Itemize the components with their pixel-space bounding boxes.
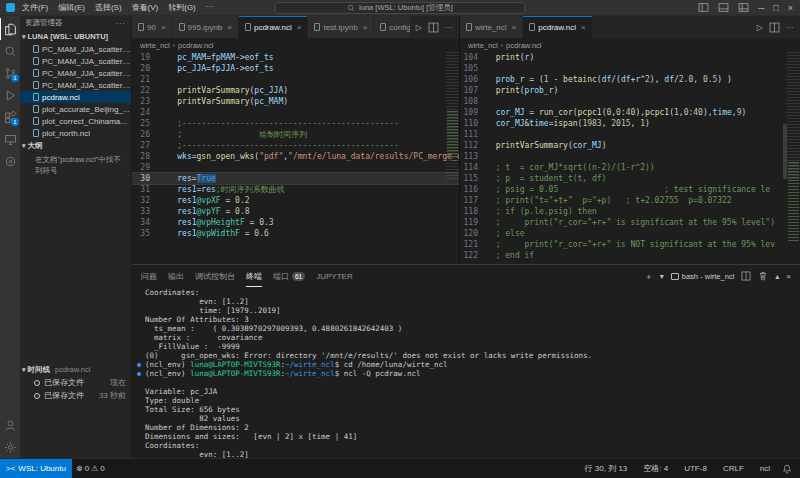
terminal-output[interactable]: Coordinates: evn: [1..2] time: [1979..20… [132,287,800,458]
command-decoration-icon[interactable] [137,372,141,376]
status-item[interactable]: ncl [756,464,774,473]
status-item[interactable]: UTF-8 [680,464,711,473]
file-item[interactable]: PC_MAM_JJA_scatter_... [20,67,131,79]
editor-actions-right: ▷ ··· [751,16,800,38]
tab-pcdraw.ncl[interactable]: pcdraw.ncl× [523,16,592,38]
code-line: 119 ; print("r_cor="+r+" is significant … [460,217,800,228]
menu-item[interactable]: 文件(F) [22,2,48,13]
file-item[interactable]: plot_accurate_Beijing_... [20,103,131,115]
menu-item[interactable]: 转到(G) [168,2,196,13]
extensions-icon[interactable]: 1 [0,106,20,128]
kill-terminal-icon[interactable] [758,271,768,281]
menu-item[interactable]: ··· [206,2,214,13]
code-right[interactable]: 104 print(r)105106 prob_r = (1 - betainc… [460,52,800,264]
panel-tab-端口[interactable]: 端口61 [273,265,305,287]
panel-tab-输出[interactable]: 输出 [168,265,184,287]
line-number: 121 [460,239,486,250]
terminal-dropdown-icon[interactable]: ▾ [660,272,664,281]
close-window-button[interactable]: × [788,3,793,13]
breadcrumb-item[interactable]: wirte_ncl [468,41,498,50]
jupyter-icon[interactable] [0,150,20,172]
run-debug-icon[interactable] [0,84,20,106]
breadcrumb-separator: › [173,41,176,50]
tab-test.ipynb[interactable]: test.ipynb× [308,16,374,38]
close-panel-icon[interactable]: × [786,272,791,281]
close-tab-icon[interactable]: × [297,23,302,32]
timeline-item[interactable]: 已保存文件现在 [20,376,131,389]
panel-tab-调试控制台[interactable]: 调试控制台 [195,265,235,287]
panel-tab-label: 终端 [246,271,262,282]
menu-item[interactable]: 查看(V) [132,2,159,13]
account-icon[interactable] [0,414,20,436]
run-button[interactable]: ▷ [757,23,763,32]
command-decoration-icon[interactable] [137,363,141,367]
file-item[interactable]: PC_MAM_JJA_scatter_... [20,43,131,55]
tab-pcdraw.ncl[interactable]: pcdraw.ncl× [239,16,308,38]
maximize-button[interactable]: □ [773,3,778,13]
panel-tab-问题[interactable]: 问题 [141,265,157,287]
status-item[interactable]: 空格: 4 [639,463,672,474]
menu-item[interactable]: 选择(S) [95,2,122,13]
customize-layout-icon[interactable] [738,2,749,13]
timeline-item-time: 现在 [110,377,126,388]
minimap[interactable] [446,52,459,264]
panel-tab-JUPYTER[interactable]: JUPYTER [316,265,352,287]
minimize-button[interactable]: ─ [758,3,764,13]
terminal-selector[interactable]: bash - wirte_ncl [671,272,735,281]
status-item[interactable]: CRLF [719,464,748,473]
tab-wirte_ncl[interactable]: wirte_ncl× [460,16,523,38]
close-tab-icon[interactable]: × [512,23,517,32]
outline-header[interactable]: ▾ 大纲 [20,139,131,152]
menu-item[interactable]: 编辑(E) [58,2,85,13]
close-tab-icon[interactable]: × [161,23,166,32]
settings-icon[interactable] [0,436,20,458]
source-control-icon[interactable]: 1 [0,62,20,84]
split-editor-icon[interactable] [428,22,439,33]
toggle-sidebar-icon[interactable] [698,2,709,13]
minimap[interactable] [787,52,800,264]
line-content: printVarSummary(pc_MAM) [158,96,459,107]
remote-explorer-icon[interactable] [0,128,20,150]
more-actions-icon[interactable]: ··· [786,23,794,32]
new-terminal-icon[interactable]: ＋ [645,271,653,282]
breadcrumb-item[interactable]: wirte_ncl [140,41,170,50]
remote-indicator[interactable]: >< WSL: Ubuntu [0,459,72,478]
notifications-bell-icon[interactable] [782,464,792,474]
timeline-header[interactable]: ▾ 时间线 pcdraw.ncl [20,363,131,376]
error-count: 0 [85,464,89,473]
timeline-item[interactable]: 已保存文件33 秒前 [20,389,131,402]
toggle-panel-icon[interactable] [718,2,729,13]
breadcrumb-item[interactable]: pcdraw.ncl [178,41,213,50]
code-left[interactable]: 19 pc_MAM=fpMAM->eof_ts20 pc_JJA=fpJJA->… [132,52,459,264]
status-item[interactable]: 行 30, 列 13 [581,463,632,474]
split-terminal-icon[interactable] [741,271,751,281]
tab-995.ipynb[interactable]: 995.ipynb× [173,16,239,38]
line-content: printVarSummary(pc_JJA) [158,85,459,96]
workspace-header[interactable]: ▾ LUNA [WSL: UBUNTU] [20,30,131,43]
command-center[interactable]: luna [WSL: Ubuntu] [管理员] [275,2,525,14]
text-segment: ~/wirte_ncl [285,360,335,369]
file-item[interactable]: PC_MAM_JJA_scatter_... [20,55,131,67]
problems-indicator[interactable]: ⊗0 ⚠0 [72,459,109,478]
terminal-line: (ncl_env) luna@LAPTOP-MIVTS93R:~/wirte_n… [136,369,800,378]
file-icon [33,105,39,113]
search-icon[interactable] [0,40,20,62]
file-item[interactable]: pcdraw.ncl [20,91,131,103]
split-editor-icon[interactable] [769,22,780,33]
run-button[interactable]: ▷ [416,23,422,32]
panel-tab-终端[interactable]: 终端 [246,265,262,287]
close-tab-icon[interactable]: × [227,23,232,32]
more-actions-icon[interactable]: ··· [116,19,127,28]
close-tab-icon[interactable]: × [363,23,368,32]
tab-config[interactable]: config× [374,16,410,38]
file-item[interactable]: plot_north.ncl [20,127,131,139]
breadcrumb-item[interactable]: pcdraw.ncl [506,41,541,50]
file-item[interactable]: PC_MAM_JJA_scatter_... [20,79,131,91]
file-item[interactable]: plot_correct_Chinama... [20,115,131,127]
close-tab-icon[interactable]: × [581,23,586,32]
more-actions-icon[interactable]: ··· [445,23,453,32]
code-line: 121 ; print("r_cor="+r+" is NOT signific… [460,239,800,250]
tab-90[interactable]: 90× [132,16,173,38]
maximize-panel-icon[interactable]: ▴ [775,272,779,281]
explorer-icon[interactable] [0,18,20,40]
